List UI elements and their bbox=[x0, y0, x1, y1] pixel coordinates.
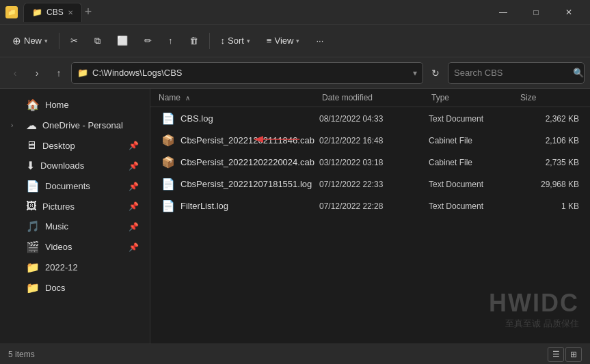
main-area: 🏠 Home › ☁ OneDrive - Personal 🖥 Desktop… bbox=[0, 89, 590, 344]
copy-button[interactable]: ⧉ bbox=[88, 31, 107, 51]
file-name-cab-2: CbsPersist_20221202220024.cab bbox=[180, 157, 314, 167]
cut-icon: ✂ bbox=[70, 36, 78, 46]
tab-cbs[interactable]: 📁 CBS ✕ bbox=[23, 3, 82, 22]
share-icon: ↑ bbox=[168, 36, 173, 46]
header-date[interactable]: Date modified bbox=[322, 93, 431, 102]
sidebar-item-music[interactable]: 🎵 Music 📌 bbox=[3, 216, 147, 236]
delete-button[interactable]: 🗑 bbox=[183, 31, 205, 50]
pictures-icon: 🖼 bbox=[26, 200, 37, 212]
file-row-cbs-log[interactable]: 📄 CBS.log 08/12/2022 04:33 Text Document… bbox=[153, 108, 587, 129]
tab-close-button[interactable]: ✕ bbox=[68, 9, 73, 16]
file-name-cell-filterlist: 📄 FilterList.log bbox=[161, 199, 319, 212]
header-name[interactable]: Name ∧ bbox=[159, 93, 322, 102]
rename-button[interactable]: ✏ bbox=[137, 31, 159, 50]
tab-folder-icon: 📁 bbox=[32, 8, 42, 17]
file-size-filterlist: 1 KB bbox=[518, 201, 579, 211]
pin-music-icon: 📌 bbox=[129, 222, 139, 232]
file-name-cell-log-2: 📄 CbsPersist_20221207181551.log bbox=[161, 178, 319, 191]
new-button[interactable]: ⊕ New ▾ bbox=[5, 31, 55, 51]
close-button[interactable]: ✕ bbox=[553, 2, 585, 23]
paste-button[interactable]: ⬜ bbox=[110, 31, 135, 50]
more-button[interactable]: ··· bbox=[309, 31, 330, 50]
sidebar-item-home[interactable]: 🏠 Home bbox=[3, 95, 147, 115]
toolbar-divider-1 bbox=[59, 33, 59, 49]
cut-button[interactable]: ✂ bbox=[64, 31, 85, 50]
file-icon-cbs-log: 📄 bbox=[161, 112, 175, 125]
expand-arrow-onedrive: › bbox=[11, 122, 21, 129]
view-label: View bbox=[274, 36, 293, 46]
sidebar-item-pictures[interactable]: 🖼 Pictures 📌 bbox=[3, 197, 147, 216]
tab-label: CBS bbox=[46, 8, 64, 17]
sidebar-item-downloads[interactable]: ⬇ Downloads 📌 bbox=[3, 156, 147, 176]
file-type-filterlist: Text Document bbox=[429, 201, 518, 211]
maximize-button[interactable]: □ bbox=[520, 2, 552, 23]
new-icon: ⊕ bbox=[12, 35, 21, 47]
address-bar: ‹ › ↑ 📁 C:\Windows\Logs\CBS ▾ ↻ 🔍 bbox=[0, 57, 590, 89]
header-type[interactable]: Type bbox=[431, 93, 520, 102]
sort-label: Sort bbox=[228, 36, 244, 46]
up-button[interactable]: ↑ bbox=[49, 64, 68, 83]
pin-videos-icon: 📌 bbox=[129, 242, 139, 252]
new-tab-button[interactable]: + bbox=[85, 5, 92, 19]
music-icon: 🎵 bbox=[26, 220, 40, 233]
sidebar-item-videos[interactable]: 🎬 Videos 📌 bbox=[3, 237, 147, 257]
desktop-icon: 🖥 bbox=[26, 139, 37, 152]
file-size-cbs-log: 2,362 KB bbox=[518, 114, 579, 124]
sidebar-item-documents[interactable]: 📄 Documents 📌 bbox=[3, 176, 147, 196]
file-type-log-2: Text Document bbox=[429, 180, 518, 189]
view-caret-icon: ▾ bbox=[296, 38, 299, 44]
onedrive-icon: ☁ bbox=[26, 119, 37, 132]
file-name-cab-1: CbsPersist_20221202111846.cab bbox=[180, 135, 314, 145]
sort-button[interactable]: ↕ Sort ▾ bbox=[214, 31, 257, 50]
search-box[interactable]: 🔍 bbox=[448, 62, 585, 84]
refresh-button[interactable]: ↻ bbox=[426, 64, 445, 83]
sidebar: 🏠 Home › ☁ OneDrive - Personal 🖥 Desktop… bbox=[0, 89, 150, 344]
file-icon-cab-2: 📦 bbox=[161, 156, 175, 169]
header-size[interactable]: Size bbox=[520, 93, 582, 102]
address-folder-icon: 📁 bbox=[77, 68, 88, 78]
status-bar: 5 items ☰ ⊞ bbox=[0, 344, 590, 364]
file-name-log-2: CbsPersist_20221207181551.log bbox=[180, 179, 312, 189]
file-date-cab-1: 02/12/2022 16:48 bbox=[319, 136, 429, 145]
view-button[interactable]: ≡ View ▾ bbox=[260, 31, 307, 50]
address-input[interactable]: 📁 C:\Windows\Logs\CBS ▾ bbox=[71, 62, 423, 84]
file-type-cab-2: Cabinet File bbox=[429, 158, 518, 167]
file-row-cab-1[interactable]: 📦 CbsPersist_20221202111846.cab 02/12/20… bbox=[153, 130, 587, 151]
view-icon: ≡ bbox=[267, 36, 272, 46]
file-area: Name ∧ Date modified Type Size 📄 CBS.log… bbox=[150, 89, 590, 344]
file-name-cell-cab-2: 📦 CbsPersist_20221202220024.cab bbox=[161, 156, 319, 169]
search-input[interactable] bbox=[454, 68, 569, 78]
share-button[interactable]: ↑ bbox=[161, 31, 180, 50]
file-list: 📄 CBS.log 08/12/2022 04:33 Text Document… bbox=[150, 107, 590, 344]
pin-desktop-icon: 📌 bbox=[129, 141, 139, 150]
file-row-filterlist[interactable]: 📄 FilterList.log 07/12/2022 22:28 Text D… bbox=[153, 195, 587, 216]
home-icon: 🏠 bbox=[26, 98, 40, 111]
forward-button[interactable]: › bbox=[27, 64, 46, 83]
file-date-log-2: 07/12/2022 22:33 bbox=[319, 180, 429, 189]
documents-icon: 📄 bbox=[26, 180, 40, 193]
sidebar-label-docs: Docs bbox=[45, 283, 139, 293]
toolbar: ⊕ New ▾ ✂ ⧉ ⬜ ✏ ↑ 🗑 ↕ Sort ▾ ≡ View ▾ ··… bbox=[0, 25, 590, 57]
file-name-filterlist: FilterList.log bbox=[180, 201, 228, 211]
paste-icon: ⬜ bbox=[117, 36, 128, 46]
sidebar-item-desktop[interactable]: 🖥 Desktop 📌 bbox=[3, 136, 147, 155]
file-row-log-2[interactable]: 📄 CbsPersist_20221207181551.log 07/12/20… bbox=[153, 173, 587, 195]
sidebar-item-docs[interactable]: 📁 Docs bbox=[3, 278, 147, 298]
back-button[interactable]: ‹ bbox=[5, 64, 25, 83]
sidebar-label-videos: Videos bbox=[45, 242, 123, 252]
minimize-button[interactable]: — bbox=[487, 2, 519, 23]
pin-pictures-icon: 📌 bbox=[129, 201, 139, 211]
toolbar-divider-2 bbox=[209, 33, 210, 49]
more-icon: ··· bbox=[316, 36, 323, 46]
sidebar-item-onedrive[interactable]: › ☁ OneDrive - Personal bbox=[3, 115, 147, 135]
sidebar-label-home: Home bbox=[45, 100, 139, 110]
file-size-cab-2: 2,735 KB bbox=[518, 158, 579, 167]
videos-icon: 🎬 bbox=[26, 240, 40, 253]
file-row-cab-2[interactable]: 📦 CbsPersist_20221202220024.cab 03/12/20… bbox=[153, 152, 587, 173]
view-list-button[interactable]: ☰ bbox=[548, 347, 564, 362]
file-size-log-2: 29,968 KB bbox=[518, 180, 579, 189]
file-size-cab-1: 2,106 KB bbox=[518, 136, 579, 145]
view-grid-button[interactable]: ⊞ bbox=[565, 347, 582, 362]
file-list-header: Name ∧ Date modified Type Size bbox=[150, 89, 590, 107]
sidebar-item-2022-12[interactable]: 📁 2022-12 bbox=[3, 257, 147, 277]
